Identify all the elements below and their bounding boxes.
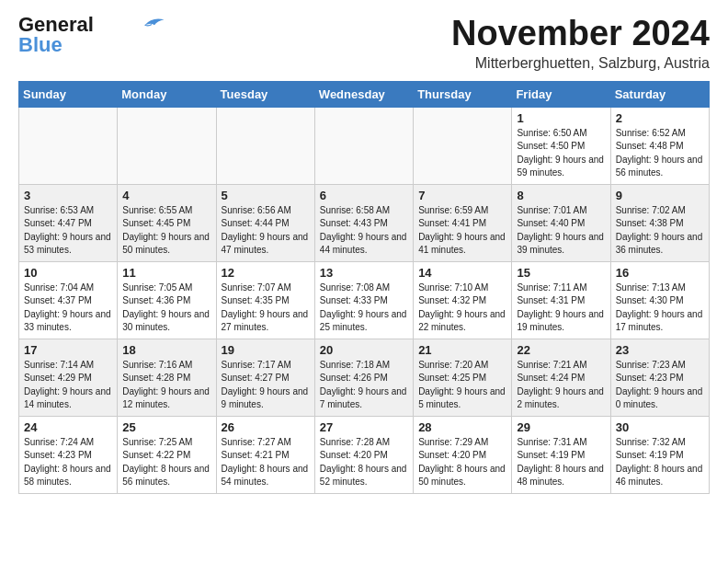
day-number: 4 — [122, 189, 210, 202]
day-info: Sunrise: 7:10 AM Sunset: 4:32 PM Dayligh… — [418, 282, 506, 335]
calendar-cell: 17Sunrise: 7:14 AM Sunset: 4:29 PM Dayli… — [19, 339, 118, 416]
col-header-sunday: Sunday — [19, 81, 118, 107]
day-info: Sunrise: 7:21 AM Sunset: 4:24 PM Dayligh… — [517, 359, 605, 412]
day-info: Sunrise: 7:20 AM Sunset: 4:25 PM Dayligh… — [418, 359, 506, 412]
day-number: 25 — [122, 420, 210, 434]
calendar-cell: 8Sunrise: 7:01 AM Sunset: 4:40 PM Daylig… — [512, 184, 610, 261]
day-info: Sunrise: 6:53 AM Sunset: 4:47 PM Dayligh… — [24, 204, 112, 258]
day-number: 16 — [616, 266, 704, 280]
calendar-cell: 15Sunrise: 7:11 AM Sunset: 4:31 PM Dayli… — [512, 261, 610, 339]
day-info: Sunrise: 6:50 AM Sunset: 4:50 PM Dayligh… — [517, 127, 605, 180]
calendar-cell: 6Sunrise: 6:58 AM Sunset: 4:43 PM Daylig… — [314, 184, 413, 261]
day-number: 14 — [418, 266, 506, 280]
day-info: Sunrise: 7:11 AM Sunset: 4:31 PM Dayligh… — [517, 282, 605, 335]
day-info: Sunrise: 7:16 AM Sunset: 4:28 PM Dayligh… — [122, 359, 210, 412]
day-info: Sunrise: 7:24 AM Sunset: 4:23 PM Dayligh… — [24, 436, 112, 489]
day-info: Sunrise: 7:04 AM Sunset: 4:37 PM Dayligh… — [24, 282, 112, 335]
calendar-cell — [118, 107, 216, 184]
calendar-cell: 12Sunrise: 7:07 AM Sunset: 4:35 PM Dayli… — [216, 261, 314, 339]
day-number: 18 — [122, 343, 210, 357]
day-number: 17 — [24, 343, 112, 357]
day-number: 26 — [222, 420, 310, 434]
calendar-cell: 5Sunrise: 6:56 AM Sunset: 4:44 PM Daylig… — [216, 184, 314, 261]
calendar-week-row: 24Sunrise: 7:24 AM Sunset: 4:23 PM Dayli… — [19, 416, 710, 493]
day-number: 19 — [222, 343, 310, 357]
calendar-cell: 16Sunrise: 7:13 AM Sunset: 4:30 PM Dayli… — [610, 261, 709, 339]
day-number: 12 — [222, 266, 310, 280]
day-info: Sunrise: 6:59 AM Sunset: 4:41 PM Dayligh… — [418, 204, 506, 258]
calendar-cell: 20Sunrise: 7:18 AM Sunset: 4:26 PM Dayli… — [314, 339, 413, 416]
day-info: Sunrise: 7:23 AM Sunset: 4:23 PM Dayligh… — [616, 359, 704, 412]
calendar-cell: 11Sunrise: 7:05 AM Sunset: 4:36 PM Dayli… — [118, 261, 216, 339]
calendar-cell: 3Sunrise: 6:53 AM Sunset: 4:47 PM Daylig… — [19, 184, 118, 261]
day-number: 7 — [418, 189, 506, 202]
col-header-saturday: Saturday — [610, 81, 709, 107]
logo-general: General — [18, 15, 94, 35]
calendar-cell: 21Sunrise: 7:20 AM Sunset: 4:25 PM Dayli… — [414, 339, 512, 416]
day-info: Sunrise: 6:52 AM Sunset: 4:48 PM Dayligh… — [616, 127, 704, 180]
calendar-header-row: SundayMondayTuesdayWednesdayThursdayFrid… — [19, 81, 710, 107]
day-info: Sunrise: 7:31 AM Sunset: 4:19 PM Dayligh… — [517, 436, 605, 489]
day-number: 22 — [517, 343, 605, 357]
day-info: Sunrise: 7:05 AM Sunset: 4:36 PM Dayligh… — [122, 282, 210, 335]
location-subtitle: Mitterberghuetten, Salzburg, Austria — [451, 55, 710, 72]
day-info: Sunrise: 6:55 AM Sunset: 4:45 PM Dayligh… — [122, 204, 210, 258]
day-number: 9 — [616, 189, 704, 202]
calendar-cell: 9Sunrise: 7:02 AM Sunset: 4:38 PM Daylig… — [610, 184, 709, 261]
day-info: Sunrise: 7:27 AM Sunset: 4:21 PM Dayligh… — [222, 436, 310, 489]
day-info: Sunrise: 7:25 AM Sunset: 4:22 PM Dayligh… — [122, 436, 210, 489]
day-number: 24 — [24, 420, 112, 434]
calendar-cell: 22Sunrise: 7:21 AM Sunset: 4:24 PM Dayli… — [512, 339, 610, 416]
day-number: 3 — [24, 189, 112, 202]
calendar-cell: 19Sunrise: 7:17 AM Sunset: 4:27 PM Dayli… — [216, 339, 314, 416]
calendar-cell: 24Sunrise: 7:24 AM Sunset: 4:23 PM Dayli… — [19, 416, 118, 493]
day-number: 5 — [222, 189, 310, 202]
col-header-wednesday: Wednesday — [314, 81, 413, 107]
day-info: Sunrise: 7:18 AM Sunset: 4:26 PM Dayligh… — [320, 359, 408, 412]
calendar-cell: 14Sunrise: 7:10 AM Sunset: 4:32 PM Dayli… — [414, 261, 512, 339]
calendar-cell: 23Sunrise: 7:23 AM Sunset: 4:23 PM Dayli… — [610, 339, 709, 416]
day-number: 15 — [517, 266, 605, 280]
day-info: Sunrise: 7:29 AM Sunset: 4:20 PM Dayligh… — [418, 436, 506, 489]
day-info: Sunrise: 6:56 AM Sunset: 4:44 PM Dayligh… — [222, 204, 310, 258]
calendar-cell: 18Sunrise: 7:16 AM Sunset: 4:28 PM Dayli… — [118, 339, 216, 416]
day-number: 13 — [320, 266, 408, 280]
title-block: November 2024 Mitterberghuetten, Salzbur… — [451, 15, 710, 72]
calendar-cell: 7Sunrise: 6:59 AM Sunset: 4:41 PM Daylig… — [414, 184, 512, 261]
calendar-cell: 10Sunrise: 7:04 AM Sunset: 4:37 PM Dayli… — [19, 261, 118, 339]
calendar-week-row: 1Sunrise: 6:50 AM Sunset: 4:50 PM Daylig… — [19, 107, 710, 184]
day-number: 6 — [320, 189, 408, 202]
day-number: 8 — [517, 189, 605, 202]
logo-bird-icon — [138, 15, 165, 31]
day-number: 28 — [418, 420, 506, 434]
page-header: General Blue November 2024 Mitterberghue… — [18, 15, 710, 72]
day-number: 1 — [517, 111, 605, 125]
day-number: 2 — [616, 111, 704, 125]
calendar-cell — [19, 107, 118, 184]
day-info: Sunrise: 7:32 AM Sunset: 4:19 PM Dayligh… — [616, 436, 704, 489]
logo: General Blue — [18, 15, 165, 55]
calendar-cell — [414, 107, 512, 184]
calendar-week-row: 17Sunrise: 7:14 AM Sunset: 4:29 PM Dayli… — [19, 339, 710, 416]
day-info: Sunrise: 6:58 AM Sunset: 4:43 PM Dayligh… — [320, 204, 408, 258]
day-number: 10 — [24, 266, 112, 280]
calendar-cell: 2Sunrise: 6:52 AM Sunset: 4:48 PM Daylig… — [610, 107, 709, 184]
day-info: Sunrise: 7:02 AM Sunset: 4:38 PM Dayligh… — [616, 204, 704, 258]
day-number: 11 — [122, 266, 210, 280]
col-header-thursday: Thursday — [414, 81, 512, 107]
calendar-cell: 4Sunrise: 6:55 AM Sunset: 4:45 PM Daylig… — [118, 184, 216, 261]
day-number: 27 — [320, 420, 408, 434]
calendar-table: SundayMondayTuesdayWednesdayThursdayFrid… — [18, 81, 710, 494]
calendar-cell: 1Sunrise: 6:50 AM Sunset: 4:50 PM Daylig… — [512, 107, 610, 184]
calendar-cell — [216, 107, 314, 184]
calendar-week-row: 3Sunrise: 6:53 AM Sunset: 4:47 PM Daylig… — [19, 184, 710, 261]
day-info: Sunrise: 7:28 AM Sunset: 4:20 PM Dayligh… — [320, 436, 408, 489]
day-number: 20 — [320, 343, 408, 357]
day-info: Sunrise: 7:14 AM Sunset: 4:29 PM Dayligh… — [24, 359, 112, 412]
calendar-cell: 26Sunrise: 7:27 AM Sunset: 4:21 PM Dayli… — [216, 416, 314, 493]
col-header-tuesday: Tuesday — [216, 81, 314, 107]
calendar-cell: 30Sunrise: 7:32 AM Sunset: 4:19 PM Dayli… — [610, 416, 709, 493]
calendar-cell — [314, 107, 413, 184]
col-header-friday: Friday — [512, 81, 610, 107]
day-info: Sunrise: 7:13 AM Sunset: 4:30 PM Dayligh… — [616, 282, 704, 335]
